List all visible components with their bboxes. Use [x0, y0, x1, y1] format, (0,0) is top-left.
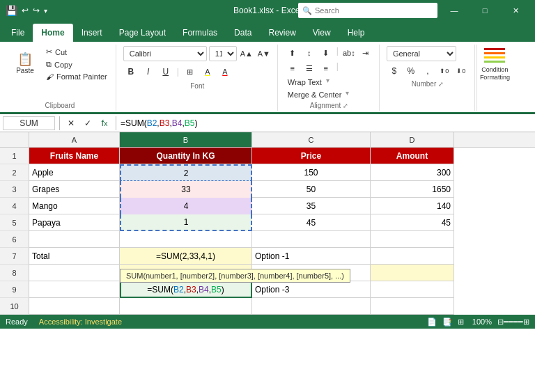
align-center-button[interactable]: ☰ [302, 61, 317, 75]
currency-button[interactable]: $ [387, 63, 402, 79]
cell-c4[interactable]: 35 [252, 198, 371, 214]
cell-d3[interactable]: 1650 [371, 181, 454, 198]
align-right-button[interactable]: ≡ [318, 61, 334, 75]
cell-b7[interactable]: =SUM(2,33,4,1) [120, 248, 252, 265]
font-size-select[interactable]: 11 [209, 46, 237, 61]
align-left-button[interactable]: ≡ [285, 61, 300, 75]
text-direction-button[interactable]: ab↕ [341, 46, 357, 60]
cell-b8[interactable]: =SUM(B2:B5) [120, 265, 252, 281]
maximize-button[interactable]: □ [471, 0, 499, 21]
decrease-decimal-button[interactable]: ⬇0 [453, 63, 469, 79]
cell-a1[interactable]: Fruits Name [29, 148, 120, 164]
col-header-a[interactable]: A [29, 132, 120, 147]
cell-a3[interactable]: Grapes [29, 181, 120, 198]
row-header-8[interactable]: 8 [0, 265, 29, 281]
cell-c8[interactable]: Option -2 [252, 265, 371, 281]
row-header-1[interactable]: 1 [0, 148, 29, 164]
align-middle-button[interactable]: ↕ [302, 46, 317, 60]
cell-c5[interactable]: 45 [252, 214, 371, 231]
tab-insert[interactable]: Insert [73, 24, 111, 42]
accessibility-status[interactable]: Accessibility: Investigate [39, 317, 122, 326]
cell-c3[interactable]: 50 [252, 181, 371, 198]
tab-help[interactable]: Help [339, 24, 373, 42]
cell-b10[interactable] [120, 298, 252, 315]
row-header-6[interactable]: 6 [0, 231, 29, 248]
number-expander-icon[interactable]: ⤢ [438, 81, 444, 88]
cell-d2[interactable]: 300 [371, 164, 454, 181]
increase-decimal-button[interactable]: ⬆0 [437, 63, 452, 79]
font-name-select[interactable]: Calibri [123, 46, 207, 61]
search-bar[interactable]: 🔍 [298, 3, 437, 18]
cell-c10[interactable] [252, 298, 371, 315]
cell-b3[interactable]: 33 [120, 181, 252, 198]
cell-b4[interactable]: 4 [120, 198, 252, 214]
col-header-d[interactable]: D [371, 132, 454, 147]
underline-button[interactable]: U [158, 64, 173, 79]
cell-b1[interactable]: Quantity In KG [120, 148, 252, 164]
cell-a9[interactable] [29, 281, 120, 298]
tab-formulas[interactable]: Formulas [174, 24, 226, 42]
page-break-button[interactable]: ⊞ [458, 317, 464, 327]
page-layout-button[interactable]: 📑 [442, 317, 452, 327]
format-painter-button[interactable]: 🖌 Format Painter [43, 71, 110, 82]
number-format-select[interactable]: General [387, 46, 456, 61]
search-input[interactable] [315, 6, 433, 15]
cell-d4[interactable]: 140 [371, 198, 454, 214]
normal-view-button[interactable]: 📄 [427, 317, 437, 327]
cell-reference-box[interactable] [3, 116, 55, 130]
tab-file[interactable]: File [3, 24, 33, 42]
cell-a6[interactable] [29, 231, 120, 248]
italic-button[interactable]: I [141, 64, 156, 79]
cell-b9[interactable]: =SUM(B2,B3,B4,B5) [120, 281, 252, 298]
increase-font-icon[interactable]: A▲ [239, 46, 254, 61]
cell-a4[interactable]: Mango [29, 198, 120, 214]
save-icon[interactable]: 💾 [6, 5, 17, 16]
confirm-formula-button[interactable]: ✓ [81, 116, 95, 130]
cell-b6[interactable] [120, 231, 252, 248]
redo-icon[interactable]: ↪ [33, 6, 40, 15]
cell-a2[interactable]: Apple [29, 164, 120, 181]
col-header-b[interactable]: B [120, 132, 252, 147]
cell-c2[interactable]: 150 [252, 164, 371, 181]
cell-d9[interactable] [371, 281, 454, 298]
zoom-slider[interactable]: ⊟━━━━⊞ [497, 317, 529, 327]
cell-d10[interactable] [371, 298, 454, 315]
cell-c7[interactable]: Option -1 [252, 248, 371, 265]
font-color-button[interactable]: A [217, 64, 233, 79]
row-header-9[interactable]: 9 [0, 281, 29, 298]
undo-icon[interactable]: ↩ [22, 6, 29, 15]
customize-icon[interactable]: ▾ [44, 7, 47, 15]
comma-button[interactable]: , [420, 63, 435, 79]
fill-color-button[interactable]: A [200, 64, 215, 79]
merge-center-button[interactable]: Merge & Center [285, 89, 345, 100]
cancel-formula-button[interactable]: ✕ [64, 116, 78, 130]
row-header-3[interactable]: 3 [0, 181, 29, 198]
border-button[interactable]: ⊞ [183, 64, 198, 79]
cut-button[interactable]: ✂ Cut [43, 46, 110, 58]
cell-c6[interactable] [252, 231, 371, 248]
align-bottom-button[interactable]: ⬇ [318, 46, 334, 60]
decrease-font-icon[interactable]: A▼ [256, 46, 272, 61]
cell-d5[interactable]: 45 [371, 214, 454, 231]
cell-c1[interactable]: Price [252, 148, 371, 164]
align-top-button[interactable]: ⬆ [285, 46, 300, 60]
copy-button[interactable]: ⧉ Copy [43, 58, 110, 70]
cell-b2[interactable]: 2 [120, 164, 252, 181]
row-header-10[interactable]: 10 [0, 298, 29, 315]
row-header-5[interactable]: 5 [0, 214, 29, 231]
tab-review[interactable]: Review [260, 24, 304, 42]
percent-button[interactable]: % [403, 63, 419, 79]
row-header-4[interactable]: 4 [0, 198, 29, 214]
tab-page-layout[interactable]: Page Layout [111, 24, 174, 42]
row-header-2[interactable]: 2 [0, 164, 29, 181]
wrap-text-button[interactable]: Wrap Text [285, 77, 325, 88]
cell-a8[interactable] [29, 265, 120, 281]
tab-data[interactable]: Data [226, 24, 260, 42]
cell-c9[interactable]: Option -3 [252, 281, 371, 298]
cell-b5[interactable]: 1 [120, 214, 252, 231]
close-button[interactable]: ✕ [502, 0, 529, 21]
insert-function-button[interactable]: fx [98, 116, 111, 130]
paste-button[interactable]: 📋 Paste [10, 46, 40, 81]
cell-a10[interactable] [29, 298, 120, 315]
tab-view[interactable]: View [304, 24, 339, 42]
